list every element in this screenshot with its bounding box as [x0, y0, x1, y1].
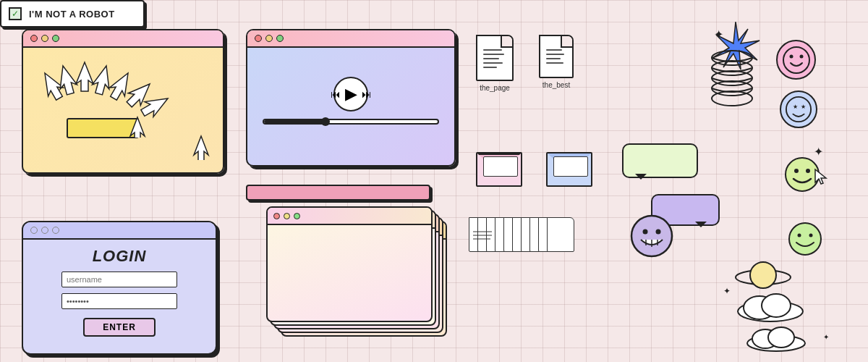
smiley-pink: [776, 40, 816, 80]
win4-titlebar: [23, 222, 216, 240]
file-icon-1: the_page: [476, 35, 514, 92]
svg-marker-3: [90, 64, 115, 96]
password-input[interactable]: [61, 293, 177, 309]
cursor-on-button-icon: [127, 116, 148, 138]
file-line: [483, 58, 499, 59]
bottom-cursor-icon: [190, 135, 212, 160]
svg-point-41: [762, 294, 791, 317]
cursor-window: [22, 29, 224, 174]
file-line: [546, 49, 562, 51]
sparkle-star-4: ✦: [823, 333, 829, 341]
stack-file-lines: [469, 221, 613, 264]
close-dot: [30, 35, 38, 42]
svg-point-23: [656, 230, 661, 235]
cloud-2: [744, 324, 809, 355]
envelope-body-2: [546, 152, 592, 187]
smiley-green2-svg: [787, 221, 823, 257]
dot: [294, 213, 300, 219]
video-controls: [263, 119, 438, 125]
svg-point-28: [798, 234, 801, 237]
login-title: LOGIN: [93, 247, 147, 266]
coil-svg: [709, 49, 756, 107]
svg-text:★: ★: [801, 104, 806, 110]
cloud-2-svg: [744, 324, 809, 352]
letter-peek-1: [483, 156, 518, 177]
captcha-label: I'M NOT A ROBOT: [29, 9, 115, 20]
speech-bubble-green: [622, 143, 698, 178]
svg-point-44: [768, 327, 794, 348]
smiley-pink-svg: [782, 46, 811, 75]
close-dot: [255, 35, 262, 42]
cloud-1-svg: [734, 290, 807, 322]
skip-forward-icon[interactable]: ⏭: [362, 88, 372, 100]
progress-fill: [264, 120, 325, 123]
file-line: [483, 54, 504, 55]
win1-titlebar: [23, 30, 223, 48]
svg-marker-45: [815, 169, 826, 184]
cursor-group: [38, 59, 197, 153]
video-window: ⏮ ▶ ⏭: [246, 29, 456, 167]
min-dot: [265, 35, 273, 42]
enter-button[interactable]: ENTER: [83, 318, 156, 337]
yellow-button[interactable]: [67, 118, 139, 138]
file-line: [546, 54, 564, 55]
smiley-star: ★ ★: [780, 90, 817, 128]
envelope-body-1: [476, 152, 522, 187]
svg-text:★: ★: [793, 104, 798, 110]
progress-indicator: [321, 117, 330, 126]
win2-titlebar: [247, 30, 454, 48]
smiley-purple: [629, 214, 674, 258]
file-line: [546, 62, 563, 64]
envelope-1: [476, 152, 522, 187]
small-cursor-svg: [814, 168, 828, 185]
captcha-widget[interactable]: ✓ I'M NOT A ROBOT: [0, 0, 145, 28]
svg-marker-8: [194, 136, 208, 160]
svg-point-13: [789, 54, 793, 58]
min-dot: [41, 35, 48, 42]
svg-marker-7: [130, 117, 145, 138]
stacked-win-front-titlebar: [268, 208, 431, 225]
smiley-purple-svg: [629, 214, 674, 258]
file-line: [546, 58, 561, 59]
max-dot: [52, 35, 59, 42]
play-icon[interactable]: ▶: [345, 85, 357, 104]
file-icon-2: the_best: [539, 35, 574, 89]
file-label-2: the_best: [542, 81, 570, 89]
dot1: [30, 227, 38, 234]
svg-point-27: [789, 223, 821, 255]
stacked-win-front: [266, 206, 433, 322]
dot2: [41, 227, 48, 234]
svg-marker-2: [76, 62, 93, 91]
skip-back-icon[interactable]: ⏮: [331, 88, 341, 100]
file-page-1: [476, 35, 514, 81]
coil: [709, 49, 756, 110]
svg-point-15: [786, 97, 811, 122]
captcha-checkbox[interactable]: ✓: [9, 7, 22, 20]
svg-point-19: [794, 169, 799, 173]
username-input[interactable]: [61, 272, 177, 287]
svg-point-38: [752, 273, 775, 282]
sparkle-star-1: ✦: [714, 28, 723, 41]
planet-svg: [734, 257, 792, 293]
file-line: [483, 49, 502, 51]
small-cursor-icon: [814, 168, 828, 188]
max-dot: [276, 35, 284, 42]
dot3: [52, 227, 59, 234]
file-line: [483, 62, 503, 64]
video-body: ⏮ ▶ ⏭: [247, 48, 454, 153]
smiley-green2: [787, 221, 823, 257]
cloud-1: [734, 290, 807, 325]
envelope-2: [546, 152, 592, 187]
progress-bar[interactable]: [263, 119, 438, 125]
sparkle-star-3: ✦: [723, 286, 731, 296]
win1-body: [23, 48, 223, 167]
svg-point-35: [712, 91, 752, 106]
sparkle-star-2: ✦: [814, 145, 823, 159]
svg-point-20: [806, 169, 810, 173]
svg-point-29: [809, 234, 813, 237]
smiley-star-svg: ★ ★: [785, 96, 812, 123]
play-button[interactable]: ⏮ ▶ ⏭: [333, 77, 368, 111]
svg-point-12: [783, 47, 809, 73]
file-line: [483, 67, 497, 68]
pink-bar: [246, 185, 430, 201]
